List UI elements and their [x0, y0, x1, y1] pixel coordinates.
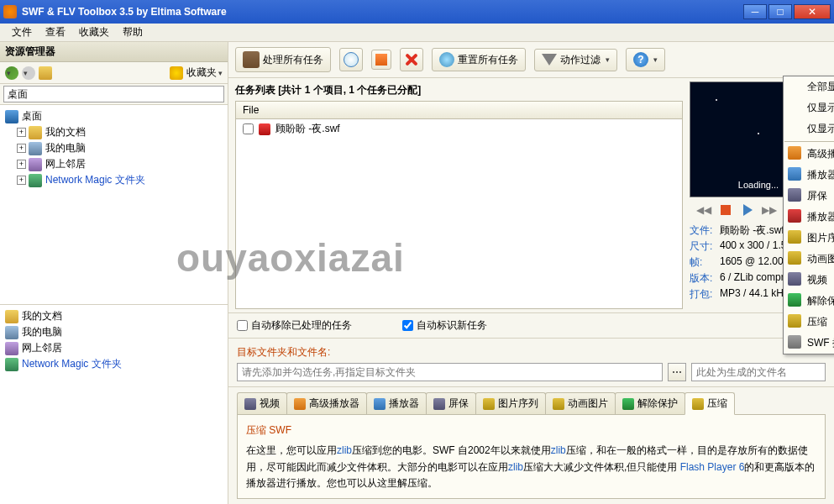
tab-content: 压缩 SWF 在这里，您可以应用zlib压缩到您的电影。SWF 自2002年以来… [237, 414, 826, 499]
row-checkbox[interactable] [243, 123, 254, 134]
quick-links: 我的文档 我的电脑 网上邻居 Network Magic 文件夹 [0, 305, 228, 504]
delete-button[interactable] [400, 48, 423, 71]
ff-button[interactable]: ▶▶ [762, 202, 777, 218]
row-filename: 顾盼盼 -夜.swf [275, 122, 340, 136]
filter-screensaver[interactable]: 屏保 [784, 186, 834, 207]
forward-button[interactable] [22, 66, 35, 80]
tree-root[interactable]: 桌面 [5, 108, 223, 124]
check-all-button[interactable] [339, 48, 363, 71]
maximize-button[interactable]: □ [768, 4, 792, 19]
filter-anim-image[interactable]: 动画图片 [784, 249, 834, 270]
close-button[interactable]: ✕ [794, 4, 831, 19]
filter-convert-swf[interactable]: 播放器转换为 SWF [784, 207, 834, 228]
filter-unassigned[interactable]: 仅显示未分配任务 [784, 118, 834, 139]
sidebar-toolbar: 收藏夹 [0, 62, 228, 84]
address-input[interactable] [3, 86, 224, 102]
tab-screensaver[interactable]: 屏保 [426, 392, 476, 414]
auto-mark-checkbox[interactable]: 自动标识新任务 [402, 318, 487, 333]
window-buttons: ─ □ ✕ [743, 4, 831, 19]
minimize-button[interactable]: ─ [743, 4, 767, 19]
tabcontent-body: 在这里，您可以应用zlib压缩到您的电影。SWF 自2002年以来就使用zlib… [246, 443, 816, 491]
filter-unprotect[interactable]: 解除保护 [784, 291, 834, 312]
tab-image-seq[interactable]: 图片序列 [475, 392, 546, 414]
tab-adv-player[interactable]: 高级播放器 [286, 392, 367, 414]
target-folder-input[interactable] [237, 363, 663, 381]
filter-swf-player[interactable]: SWF 播放器 [784, 333, 834, 354]
tree-item[interactable]: +我的电脑 [5, 140, 223, 156]
main-toolbar: 处理所有任务 重置所有任务 动作过滤 ? 全部显示 仅显示已分配任务 仅显示未分… [228, 42, 834, 78]
tree-item[interactable]: +Network Magic 文件夹 [5, 172, 223, 188]
menu-view[interactable]: 查看 [39, 24, 72, 41]
back-button[interactable] [5, 66, 18, 80]
tab-compress[interactable]: 压缩 [685, 392, 735, 415]
tab-unprotect[interactable]: 解除保护 [615, 392, 685, 414]
folder-tree[interactable]: 桌面 +我的文档 +我的电脑 +网上邻居 +Network Magic 文件夹 [0, 105, 228, 305]
app-icon [3, 5, 17, 18]
stop-button[interactable] [718, 202, 733, 218]
filter-player[interactable]: 播放器 [784, 165, 834, 186]
filter-video[interactable]: 视频 [784, 270, 834, 291]
tree-item[interactable]: +我的文档 [5, 124, 223, 140]
swf-icon [259, 123, 270, 135]
target-filename-input[interactable] [691, 363, 826, 381]
address-bar-row [0, 84, 228, 105]
table-row[interactable]: 顾盼盼 -夜.swf [236, 119, 682, 139]
play-button[interactable] [740, 202, 755, 218]
action-filter-button[interactable]: 动作过滤 [534, 49, 617, 71]
options-row: 自动移除已处理的任务 自动标识新任务 [228, 312, 834, 338]
reset-all-button[interactable]: 重置所有任务 [432, 48, 526, 71]
uncheck-all-button[interactable] [371, 50, 391, 70]
titlebar: SWF & FLV Toolbox 3.5 by Eltima Software… [0, 0, 834, 24]
browse-button[interactable]: ⋯ [668, 363, 686, 381]
tab-player[interactable]: 播放器 [366, 392, 427, 414]
quicklink-item[interactable]: 网上邻居 [5, 340, 223, 356]
tasklist-table: File 顾盼盼 -夜.swf [235, 101, 683, 309]
quicklink-item[interactable]: 我的文档 [5, 308, 223, 324]
rewind-button[interactable]: ◀◀ [696, 202, 711, 218]
loading-text: Loading... [738, 180, 779, 190]
favorites-dropdown[interactable]: 收藏夹 [186, 66, 223, 80]
quicklink-item[interactable]: 我的电脑 [5, 324, 223, 340]
help-button[interactable]: ? [626, 48, 665, 71]
tabs: 视频 高级播放器 播放器 屏保 图片序列 动画图片 解除保护 压缩 [228, 386, 834, 414]
tasklist-panel: 任务列表 [共计 1 个项目, 1 个任务已分配] File 顾盼盼 -夜.sw… [228, 78, 690, 312]
filter-adv-player[interactable]: 高级播放器 [784, 144, 834, 165]
favorites-icon [170, 66, 183, 80]
filter-compress[interactable]: 压缩 [784, 312, 834, 333]
menu-help[interactable]: 帮助 [116, 24, 149, 41]
filter-dropdown-menu: 全部显示 仅显示已分配任务 仅显示未分配任务 高级播放器 播放器 屏保 播放器转… [783, 76, 834, 354]
target-title: 目标文件夹和文件名: [237, 344, 826, 363]
filter-assigned[interactable]: 仅显示已分配任务 [784, 97, 834, 118]
auto-remove-checkbox[interactable]: 自动移除已处理的任务 [237, 318, 352, 333]
menubar: 文件 查看 收藏夹 帮助 [0, 24, 834, 42]
filter-show-all[interactable]: 全部显示 [784, 76, 834, 97]
tab-anim-image[interactable]: 动画图片 [545, 392, 616, 414]
window-title: SWF & FLV Toolbox 3.5 by Eltima Software [22, 6, 743, 18]
sidebar-title: 资源管理器 [0, 42, 228, 62]
filter-image-seq[interactable]: 图片序列 [784, 228, 834, 249]
tasklist-header: 任务列表 [共计 1 个项目, 1 个任务已分配] [235, 81, 683, 101]
target-section: 目标文件夹和文件名: ⋯ [228, 338, 834, 386]
quicklink-item[interactable]: Network Magic 文件夹 [5, 356, 223, 372]
sidebar: 资源管理器 收藏夹 桌面 +我的文档 +我的电脑 +网上邻居 +Network … [0, 42, 228, 504]
menu-file[interactable]: 文件 [5, 24, 39, 41]
tab-video[interactable]: 视频 [237, 392, 287, 414]
menu-favorites[interactable]: 收藏夹 [72, 24, 116, 41]
tree-item[interactable]: +网上邻居 [5, 156, 223, 172]
main-area: 处理所有任务 重置所有任务 动作过滤 ? 全部显示 仅显示已分配任务 仅显示未分… [228, 42, 834, 504]
up-button[interactable] [39, 66, 52, 80]
tabcontent-title: 压缩 SWF [246, 422, 816, 443]
process-all-button[interactable]: 处理所有任务 [235, 47, 331, 72]
tasklist-column-file[interactable]: File [236, 102, 682, 119]
